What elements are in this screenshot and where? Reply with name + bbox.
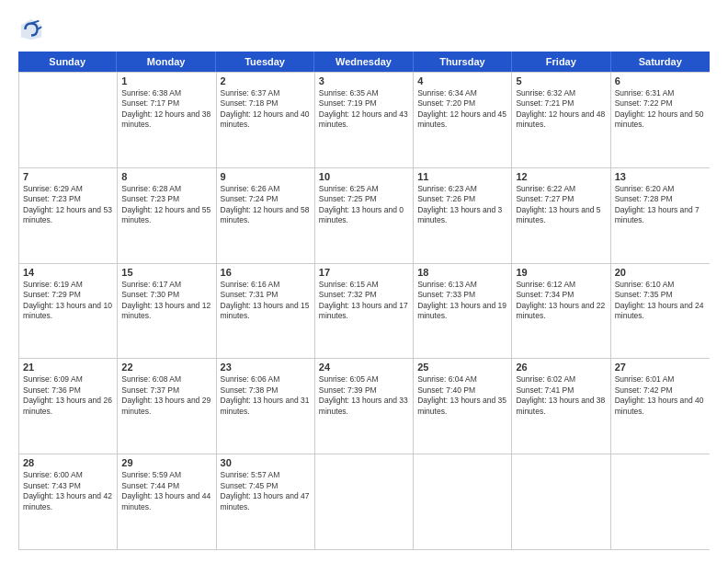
cell-info: Sunrise: 5:57 AMSunset: 7:45 PMDaylight:… xyxy=(221,470,311,512)
day-number: 30 xyxy=(221,457,311,468)
day-number: 29 xyxy=(121,457,211,468)
table-row: 24Sunrise: 6:05 AMSunset: 7:39 PMDayligh… xyxy=(315,359,414,454)
table-row: 25Sunrise: 6:04 AMSunset: 7:40 PMDayligh… xyxy=(414,359,512,454)
table-row xyxy=(315,454,414,549)
cell-info: Sunrise: 6:17 AMSunset: 7:30 PMDaylight:… xyxy=(121,280,211,322)
cell-info: Sunrise: 5:59 AMSunset: 7:44 PMDaylight:… xyxy=(121,470,211,512)
cell-info: Sunrise: 6:35 AMSunset: 7:19 PMDaylight:… xyxy=(319,88,409,131)
day-number: 28 xyxy=(23,457,113,468)
calendar-row-0: 1Sunrise: 6:38 AMSunset: 7:17 PMDaylight… xyxy=(19,72,710,167)
day-number: 23 xyxy=(221,362,311,373)
cell-info: Sunrise: 6:00 AMSunset: 7:43 PMDaylight:… xyxy=(23,470,113,512)
day-number: 27 xyxy=(615,362,706,373)
table-row xyxy=(611,454,710,549)
cell-info: Sunrise: 6:15 AMSunset: 7:32 PMDaylight:… xyxy=(319,280,409,322)
table-row: 8Sunrise: 6:28 AMSunset: 7:23 PMDaylight… xyxy=(118,168,216,263)
table-row: 3Sunrise: 6:35 AMSunset: 7:19 PMDaylight… xyxy=(315,73,414,167)
day-number: 24 xyxy=(319,362,409,373)
cell-info: Sunrise: 6:37 AMSunset: 7:18 PMDaylight:… xyxy=(221,88,311,131)
header-day-wednesday: Wednesday xyxy=(314,52,413,72)
table-row: 1Sunrise: 6:38 AMSunset: 7:17 PMDaylight… xyxy=(118,73,216,167)
table-row: 15Sunrise: 6:17 AMSunset: 7:30 PMDayligh… xyxy=(118,264,216,359)
cell-info: Sunrise: 6:09 AMSunset: 7:36 PMDaylight:… xyxy=(23,374,113,417)
header-day-friday: Friday xyxy=(512,52,610,72)
day-number: 17 xyxy=(319,267,409,278)
day-number: 12 xyxy=(516,171,606,182)
day-number: 14 xyxy=(23,267,113,278)
day-number: 6 xyxy=(615,75,706,86)
day-number: 19 xyxy=(516,267,606,278)
cell-info: Sunrise: 6:02 AMSunset: 7:41 PMDaylight:… xyxy=(516,374,606,417)
calendar-row-1: 7Sunrise: 6:29 AMSunset: 7:23 PMDaylight… xyxy=(19,167,710,263)
day-number: 20 xyxy=(615,267,706,278)
day-number: 9 xyxy=(221,171,311,182)
table-row: 9Sunrise: 6:26 AMSunset: 7:24 PMDaylight… xyxy=(217,168,315,263)
logo xyxy=(18,17,48,42)
cell-info: Sunrise: 6:10 AMSunset: 7:35 PMDaylight:… xyxy=(615,280,706,322)
header-day-tuesday: Tuesday xyxy=(216,52,314,72)
table-row: 21Sunrise: 6:09 AMSunset: 7:36 PMDayligh… xyxy=(19,359,118,454)
header-day-saturday: Saturday xyxy=(611,52,710,72)
day-number: 10 xyxy=(319,171,409,182)
table-row: 19Sunrise: 6:12 AMSunset: 7:34 PMDayligh… xyxy=(512,264,610,359)
cell-info: Sunrise: 6:12 AMSunset: 7:34 PMDaylight:… xyxy=(516,280,606,322)
day-number: 3 xyxy=(319,75,409,86)
table-row: 27Sunrise: 6:01 AMSunset: 7:42 PMDayligh… xyxy=(611,359,710,454)
table-row: 22Sunrise: 6:08 AMSunset: 7:37 PMDayligh… xyxy=(118,359,216,454)
table-row: 4Sunrise: 6:34 AMSunset: 7:20 PMDaylight… xyxy=(414,73,512,167)
day-number: 26 xyxy=(516,362,606,373)
page: SundayMondayTuesdayWednesdayThursdayFrid… xyxy=(0,0,728,563)
calendar-row-2: 14Sunrise: 6:19 AMSunset: 7:29 PMDayligh… xyxy=(19,263,710,359)
day-number: 8 xyxy=(121,171,211,182)
calendar-body: 1Sunrise: 6:38 AMSunset: 7:17 PMDaylight… xyxy=(18,72,710,550)
cell-info: Sunrise: 6:23 AMSunset: 7:26 PMDaylight:… xyxy=(417,184,507,226)
calendar-row-3: 21Sunrise: 6:09 AMSunset: 7:36 PMDayligh… xyxy=(19,358,710,454)
cell-info: Sunrise: 6:01 AMSunset: 7:42 PMDaylight:… xyxy=(615,374,706,417)
cell-info: Sunrise: 6:08 AMSunset: 7:37 PMDaylight:… xyxy=(121,374,211,417)
table-row: 7Sunrise: 6:29 AMSunset: 7:23 PMDaylight… xyxy=(19,168,118,263)
cell-info: Sunrise: 6:13 AMSunset: 7:33 PMDaylight:… xyxy=(417,280,507,322)
table-row: 11Sunrise: 6:23 AMSunset: 7:26 PMDayligh… xyxy=(414,168,512,263)
cell-info: Sunrise: 6:26 AMSunset: 7:24 PMDaylight:… xyxy=(221,184,311,226)
header-day-sunday: Sunday xyxy=(18,52,117,72)
table-row: 16Sunrise: 6:16 AMSunset: 7:31 PMDayligh… xyxy=(217,264,315,359)
table-row: 30Sunrise: 5:57 AMSunset: 7:45 PMDayligh… xyxy=(217,454,315,549)
cell-info: Sunrise: 6:06 AMSunset: 7:38 PMDaylight:… xyxy=(221,374,311,417)
day-number: 1 xyxy=(121,75,211,86)
day-number: 13 xyxy=(615,171,706,182)
table-row xyxy=(512,454,610,549)
table-row: 5Sunrise: 6:32 AMSunset: 7:21 PMDaylight… xyxy=(512,73,610,167)
cell-info: Sunrise: 6:31 AMSunset: 7:22 PMDaylight:… xyxy=(615,88,706,131)
cell-info: Sunrise: 6:25 AMSunset: 7:25 PMDaylight:… xyxy=(319,184,409,226)
header-day-thursday: Thursday xyxy=(414,52,512,72)
day-number: 18 xyxy=(417,267,507,278)
cell-info: Sunrise: 6:04 AMSunset: 7:40 PMDaylight:… xyxy=(417,374,507,417)
table-row xyxy=(414,454,512,549)
logo-icon xyxy=(18,17,44,42)
day-number: 16 xyxy=(221,267,311,278)
header xyxy=(18,17,710,42)
day-number: 21 xyxy=(23,362,113,373)
table-row: 20Sunrise: 6:10 AMSunset: 7:35 PMDayligh… xyxy=(611,264,710,359)
table-row: 17Sunrise: 6:15 AMSunset: 7:32 PMDayligh… xyxy=(315,264,414,359)
day-number: 7 xyxy=(23,171,113,182)
cell-info: Sunrise: 6:28 AMSunset: 7:23 PMDaylight:… xyxy=(121,184,211,226)
calendar-row-4: 28Sunrise: 6:00 AMSunset: 7:43 PMDayligh… xyxy=(19,454,710,549)
calendar: SundayMondayTuesdayWednesdayThursdayFrid… xyxy=(18,52,710,550)
day-number: 15 xyxy=(121,267,211,278)
day-number: 11 xyxy=(417,171,507,182)
cell-info: Sunrise: 6:16 AMSunset: 7:31 PMDaylight:… xyxy=(221,280,311,322)
day-number: 5 xyxy=(516,75,606,86)
table-row xyxy=(19,73,118,167)
cell-info: Sunrise: 6:20 AMSunset: 7:28 PMDaylight:… xyxy=(615,184,706,226)
header-day-monday: Monday xyxy=(117,52,215,72)
table-row: 28Sunrise: 6:00 AMSunset: 7:43 PMDayligh… xyxy=(19,454,118,549)
cell-info: Sunrise: 6:05 AMSunset: 7:39 PMDaylight:… xyxy=(319,374,409,417)
day-number: 2 xyxy=(221,75,311,86)
cell-info: Sunrise: 6:38 AMSunset: 7:17 PMDaylight:… xyxy=(121,88,211,131)
cell-info: Sunrise: 6:32 AMSunset: 7:21 PMDaylight:… xyxy=(516,88,606,131)
table-row: 29Sunrise: 5:59 AMSunset: 7:44 PMDayligh… xyxy=(118,454,216,549)
table-row: 13Sunrise: 6:20 AMSunset: 7:28 PMDayligh… xyxy=(611,168,710,263)
table-row: 14Sunrise: 6:19 AMSunset: 7:29 PMDayligh… xyxy=(19,264,118,359)
table-row: 12Sunrise: 6:22 AMSunset: 7:27 PMDayligh… xyxy=(512,168,610,263)
